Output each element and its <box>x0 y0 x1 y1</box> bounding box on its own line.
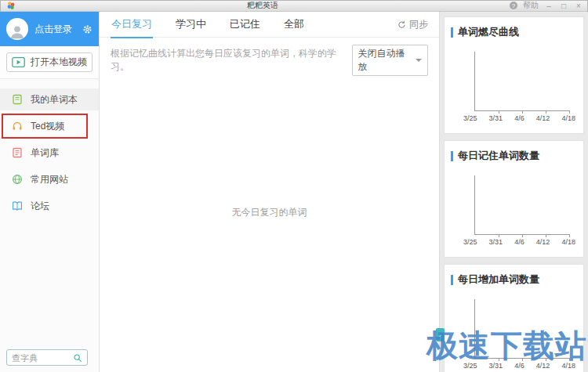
maximize-button[interactable]: □ <box>559 2 568 10</box>
axis-tick <box>546 110 546 114</box>
description-row: 根据记忆曲线计算出您每日应该复习的单词，科学的学习。 关闭自动播放 <box>100 38 439 76</box>
globe-icon <box>12 174 23 185</box>
wordbook-icon <box>12 94 23 105</box>
chart-title: 每日增加单词数量 <box>458 273 539 287</box>
chart-plot <box>474 175 569 235</box>
axis-tick <box>546 358 546 361</box>
x-tick-label: 3/31 <box>489 362 503 370</box>
sync-label: 同步 <box>409 18 428 31</box>
sidebar-item-forum[interactable]: 论坛 <box>0 195 99 217</box>
chart-title-row: 每日增加单词数量 <box>451 273 577 287</box>
help-button[interactable]: 帮助 <box>523 0 539 11</box>
main-content: 今日复习 学习中 已记住 全部 同步 根据记忆曲线计算出您每日应该复习的单词，科… <box>100 12 439 372</box>
review-description: 根据记忆曲线计算出您每日应该复习的单词，科学的学习。 <box>111 47 343 74</box>
axis-tick <box>522 234 523 237</box>
chart-title: 每日记住单词数量 <box>458 149 539 163</box>
x-tick-label: 3/31 <box>489 238 503 246</box>
x-tick-label: 3/25 <box>463 114 477 122</box>
video-icon <box>12 57 25 67</box>
window-title: 粑粑英语 <box>16 0 510 11</box>
minimize-button[interactable]: – <box>544 2 554 10</box>
sidebar-item-label: 常用网站 <box>31 173 68 186</box>
app-logo-icon <box>6 1 16 10</box>
open-video-section: 打开本地视频 <box>0 46 99 79</box>
dictionary-search-input[interactable] <box>12 353 73 363</box>
title-accent-bar <box>451 27 453 38</box>
user-icon <box>9 23 26 40</box>
help-icon[interactable]: ? <box>510 2 517 9</box>
refresh-icon <box>397 20 406 29</box>
axis-tick <box>522 110 523 114</box>
x-tick-label: 4/12 <box>536 238 550 246</box>
axis-tick <box>522 358 523 361</box>
tab-remembered[interactable]: 已记住 <box>229 11 261 38</box>
sidebar-item-label: 论坛 <box>31 200 49 213</box>
open-local-video-label: 打开本地视频 <box>31 56 87 69</box>
sidebar: 点击登录 打开本地视频 <box>0 12 100 372</box>
watermark-badge: › <box>436 328 445 341</box>
chart-card-daily-added: 每日增加单词数量 3/25 3/31 4/6 4/12 4/18 <box>444 264 584 372</box>
chart-card-burn-down: 单词燃尽曲线 3/25 3/31 4/6 4/12 4/18 <box>444 16 584 134</box>
dictionary-search-box[interactable] <box>6 349 88 366</box>
word-library-icon <box>12 147 23 158</box>
x-tick-label: 4/18 <box>561 238 575 246</box>
chart-title-row: 单词燃尽曲线 <box>451 25 577 39</box>
x-tick-label: 4/6 <box>514 114 524 122</box>
x-tick-label: 3/25 <box>463 362 477 370</box>
x-tick-label: 4/6 <box>514 238 524 246</box>
search-icon[interactable] <box>73 353 82 363</box>
sidebar-item-common-websites[interactable]: 常用网站 <box>0 168 99 190</box>
sidebar-item-word-library[interactable]: 单词库 <box>0 142 99 164</box>
tab-all[interactable]: 全部 <box>283 11 305 38</box>
sidebar-item-label: Ted视频 <box>31 120 64 133</box>
axis-tick <box>569 234 570 237</box>
tab-today-review[interactable]: 今日复习 <box>111 11 153 38</box>
chart-plot <box>474 299 569 359</box>
tab-learning[interactable]: 学习中 <box>175 11 207 38</box>
x-tick-label: 4/6 <box>514 362 524 370</box>
app-window: 粑粑英语 ? 帮助 – □ × 点击登录 <box>0 0 588 372</box>
axis-tick <box>546 234 546 237</box>
x-axis-labels: 3/25 3/31 4/6 4/12 4/18 <box>463 114 575 122</box>
x-tick-label: 4/12 <box>536 362 550 370</box>
sidebar-item-ted-video[interactable]: Ted视频 <box>0 115 99 137</box>
chevron-down-icon <box>416 59 422 62</box>
sidebar-item-my-wordbook[interactable]: 我的单词本 <box>0 88 99 110</box>
chart-title: 单词燃尽曲线 <box>458 25 519 39</box>
autoplay-dropdown[interactable]: 关闭自动播放 <box>352 45 428 76</box>
sync-button[interactable]: 同步 <box>397 18 428 31</box>
x-axis-labels: 3/25 3/31 4/6 4/12 4/18 <box>463 238 575 246</box>
axis-tick <box>499 234 499 237</box>
x-tick-label: 4/18 <box>561 362 575 370</box>
empty-state-message: 无今日复习的单词 <box>100 206 439 219</box>
close-button[interactable]: × <box>574 2 583 10</box>
x-tick-label: 4/12 <box>536 114 550 122</box>
title-accent-bar <box>451 151 453 161</box>
avatar[interactable] <box>6 18 28 40</box>
axis-tick <box>499 358 499 361</box>
charts-panel: 单词燃尽曲线 3/25 3/31 4/6 4/12 4/18 <box>439 12 588 372</box>
chart-title-row: 每日记住单词数量 <box>451 149 577 163</box>
sidebar-header: 点击登录 <box>0 12 99 46</box>
x-tick-label: 3/25 <box>463 238 477 246</box>
open-local-video-button[interactable]: 打开本地视频 <box>6 52 93 72</box>
sidebar-item-label: 我的单词本 <box>31 93 78 107</box>
autoplay-dropdown-value: 关闭自动播放 <box>358 47 411 74</box>
login-button[interactable]: 点击登录 <box>34 23 82 36</box>
title-accent-bar <box>451 275 453 285</box>
tab-bar: 今日复习 学习中 已记住 全部 同步 <box>100 12 439 38</box>
axis-tick <box>499 110 499 114</box>
axis-tick <box>569 358 570 361</box>
headphones-icon <box>12 121 23 132</box>
sidebar-item-label: 单词库 <box>31 146 59 160</box>
forum-icon <box>12 200 23 211</box>
x-tick-label: 3/31 <box>489 114 503 122</box>
chart-plot <box>474 52 569 111</box>
x-tick-label: 4/18 <box>561 114 575 122</box>
axis-tick <box>569 110 570 114</box>
gear-icon[interactable] <box>82 24 93 34</box>
sidebar-menu: 我的单词本 Ted视频 单词库 <box>0 79 99 217</box>
x-axis-labels: 3/25 3/31 4/6 4/12 4/18 <box>463 362 575 370</box>
chart-card-daily-remembered: 每日记住单词数量 3/25 3/31 4/6 4/12 4/18 <box>444 140 584 258</box>
